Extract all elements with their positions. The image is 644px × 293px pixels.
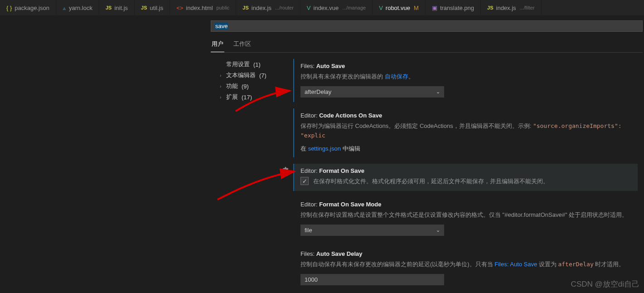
setting-auto-save: Files: Auto Save 控制具有未保存更改的编辑器的 自动保存。 af… <box>293 59 638 102</box>
toc-extensions[interactable]: ›扩展(17) <box>220 92 288 103</box>
gear-icon[interactable] <box>281 166 289 175</box>
auto-save-delay-input[interactable] <box>300 274 444 285</box>
tab-yarn-lock[interactable]: ⟁yarn.lock <box>56 0 99 15</box>
tab-init-js[interactable]: JSinit.js <box>99 0 135 15</box>
tab-index-js-filter[interactable]: JSindex.js.../filter <box>481 0 542 15</box>
chevron-right-icon: › <box>220 73 224 78</box>
image-icon: ▣ <box>432 5 437 11</box>
setting-format-on-save-mode: Editor: Format On Save Mode 控制在保存时设置格式是设… <box>293 197 638 240</box>
auto-save-select[interactable]: afterDelay ⌄ <box>300 86 444 98</box>
settings-scope-tabs: 用户 工作区 <box>211 38 643 53</box>
tab-index-js-router[interactable]: JSindex.js.../router <box>236 0 300 15</box>
format-on-save-checkbox[interactable]: ✓ <box>300 177 309 185</box>
toc-features[interactable]: ›功能(9) <box>220 81 288 92</box>
tab-translate-png[interactable]: ▣translate.png <box>426 0 481 15</box>
toc-text-editor[interactable]: ›文本编辑器(7) <box>220 70 288 81</box>
tab-util-js[interactable]: JSutil.js <box>135 0 170 15</box>
settings-editor: save 用户 工作区 常用设置(1) ›文本编辑器(7) ›功能(9) ›扩展… <box>211 16 644 293</box>
setting-format-on-save: Editor: Format On Save ✓ 在保存时格式化文件。格式化程序… <box>293 164 638 191</box>
js-icon: JS <box>141 5 147 10</box>
tab-index-html[interactable]: <>index.htmlpublic <box>170 0 236 15</box>
chevron-down-icon: ⌄ <box>436 89 440 95</box>
json-icon: { } <box>6 5 12 11</box>
editor-tabs: { }package.json ⟁yarn.lock JSinit.js JSu… <box>0 0 644 16</box>
format-on-save-mode-select[interactable]: file ⌄ <box>300 225 444 236</box>
settings-toc: 常用设置(1) ›文本编辑器(7) ›功能(9) ›扩展(17) <box>211 53 288 293</box>
setting-code-actions-on-save: Editor: Code Actions On Save 保存时为编辑器运行 C… <box>293 108 638 158</box>
html-icon: <> <box>176 5 183 11</box>
watermark: CSDN @放空di自己 <box>571 279 639 289</box>
auto-save-link[interactable]: 自动保存 <box>385 73 408 80</box>
js-icon: JS <box>242 5 248 10</box>
settings-list: Files: Auto Save 控制具有未保存更改的编辑器的 自动保存。 af… <box>288 53 644 293</box>
scope-tab-user[interactable]: 用户 <box>211 38 224 52</box>
yarn-icon: ⟁ <box>63 5 66 11</box>
js-icon: JS <box>487 5 493 10</box>
tab-robot-vue[interactable]: Vrobot.vueM <box>373 0 426 15</box>
edit-settings-json-link[interactable]: settings.json <box>308 145 341 152</box>
tab-index-vue-manage[interactable]: Vindex.vue.../manage <box>300 0 373 15</box>
auto-save-link[interactable]: Files: Auto Save <box>494 261 537 268</box>
tab-package-json[interactable]: { }package.json <box>0 0 56 15</box>
scope-tab-workspace[interactable]: 工作区 <box>232 38 252 52</box>
settings-search-input[interactable]: save <box>211 20 643 32</box>
vue-icon: V <box>307 5 311 11</box>
chevron-right-icon: › <box>220 84 224 89</box>
vue-icon: V <box>379 5 383 11</box>
chevron-down-icon: ⌄ <box>436 227 440 233</box>
toc-common[interactable]: 常用设置(1) <box>220 59 288 70</box>
chevron-right-icon: › <box>220 95 224 100</box>
js-icon: JS <box>106 5 111 10</box>
